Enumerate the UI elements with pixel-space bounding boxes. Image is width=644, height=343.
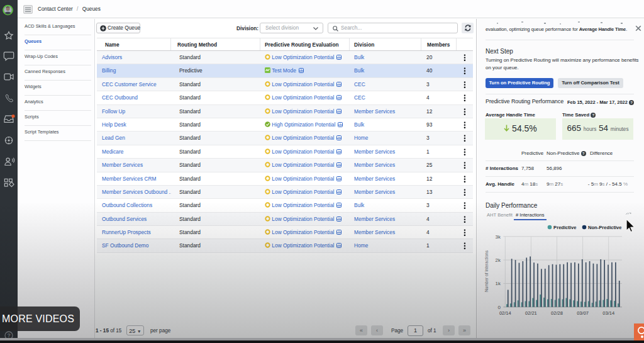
svg-text:2k: 2k bbox=[496, 257, 501, 263]
svg-text:3k: 3k bbox=[496, 234, 501, 240]
svg-text:0: 0 bbox=[498, 305, 501, 310]
svg-text:02/21: 02/21 bbox=[525, 310, 537, 316]
svg-text:02/28: 02/28 bbox=[551, 310, 563, 316]
svg-text:1k: 1k bbox=[496, 281, 501, 286]
svg-text:03/07: 03/07 bbox=[577, 310, 589, 316]
svg-text:03/14: 03/14 bbox=[602, 310, 614, 316]
svg-text:02/14: 02/14 bbox=[499, 310, 511, 316]
svg-text:Number of Interactions: Number of Interactions bbox=[484, 250, 489, 292]
